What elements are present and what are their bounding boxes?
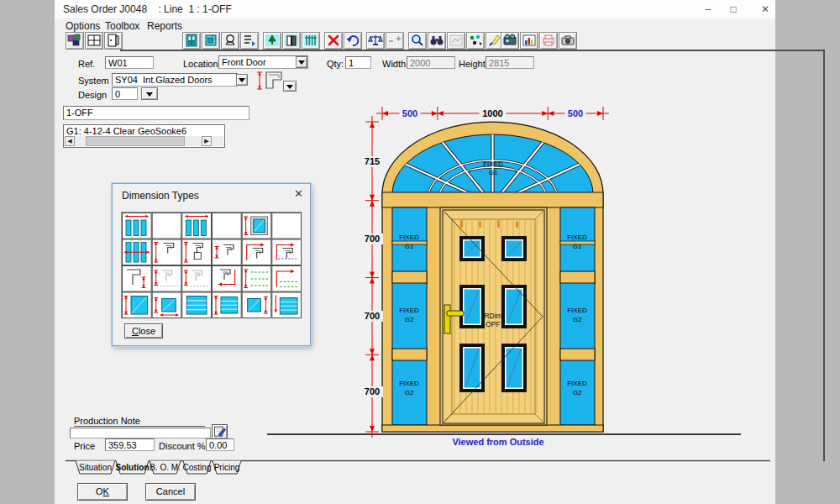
dimension-grid[interactable]: [122, 213, 302, 318]
dimension-types-dialog: Dimension Types ✕ Close: [112, 183, 311, 346]
tab-costing[interactable]: Costing: [183, 463, 212, 472]
dimension-grid-panel: [121, 212, 302, 319]
dialog-title: Dimension Types: [122, 190, 199, 202]
tab-bom[interactable]: B. O. M.: [150, 463, 181, 472]
dialog-close-button[interactable]: Close: [124, 323, 163, 339]
dialog-close-icon[interactable]: ✕: [294, 187, 303, 200]
screen: Sales Order J0048 : Line 1 : 1-OFF – □ ✕…: [0, 0, 840, 504]
tab-pricing[interactable]: Pricing: [214, 463, 240, 472]
tab-solution[interactable]: Solution: [116, 463, 150, 472]
tab-situation[interactable]: Situation: [79, 463, 112, 472]
